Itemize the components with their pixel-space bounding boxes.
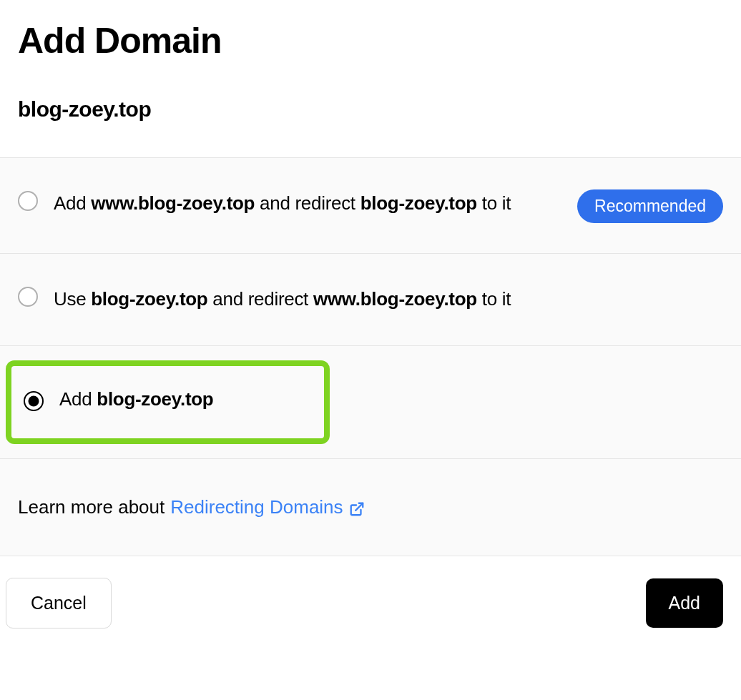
text-segment: Use — [54, 288, 91, 310]
learn-more-row: Learn more about Redirecting Domains — [0, 459, 741, 556]
dialog-footer: Cancel Add — [0, 556, 741, 641]
text-segment: to it — [477, 192, 511, 214]
domain-options: Add www.blog-zoey.top and redirect blog-… — [0, 157, 741, 556]
cancel-button[interactable]: Cancel — [6, 578, 112, 628]
link-text: Redirecting Domains — [170, 496, 343, 518]
text-bold: blog-zoey.top — [91, 288, 207, 310]
text-segment: and redirect — [207, 288, 313, 310]
redirecting-domains-link[interactable]: Redirecting Domains — [170, 496, 364, 518]
option-add-apex-only[interactable]: Add blog-zoey.top — [0, 346, 741, 460]
external-link-icon — [349, 500, 365, 516]
option-use-apex-redirect-www[interactable]: Use blog-zoey.top and redirect www.blog-… — [0, 254, 741, 346]
radio-icon[interactable] — [18, 191, 38, 211]
option-label: Add blog-zoey.top — [59, 388, 312, 412]
learn-more-prefix: Learn more about — [18, 496, 165, 518]
radio-icon[interactable] — [24, 391, 44, 411]
option-label: Use blog-zoey.top and redirect www.blog-… — [54, 284, 723, 315]
text-segment: and redirect — [255, 192, 360, 214]
page-title: Add Domain — [18, 20, 723, 61]
text-bold: blog-zoey.top — [97, 388, 213, 410]
add-button[interactable]: Add — [646, 578, 723, 628]
text-segment: to it — [477, 288, 511, 310]
svg-line-0 — [355, 503, 363, 511]
domain-name: blog-zoey.top — [18, 97, 723, 122]
text-bold: www.blog-zoey.top — [91, 192, 255, 214]
text-bold: blog-zoey.top — [360, 192, 477, 214]
radio-icon[interactable] — [18, 287, 38, 307]
text-segment: Add — [54, 192, 91, 214]
text-bold: www.blog-zoey.top — [313, 288, 477, 310]
option-label: Add www.blog-zoey.top and redirect blog-… — [54, 188, 561, 220]
recommended-badge: Recommended — [577, 189, 723, 223]
text-segment: Add — [59, 388, 97, 410]
option-add-www-redirect-apex[interactable]: Add www.blog-zoey.top and redirect blog-… — [0, 158, 741, 254]
highlight-box: Add blog-zoey.top — [6, 360, 330, 445]
